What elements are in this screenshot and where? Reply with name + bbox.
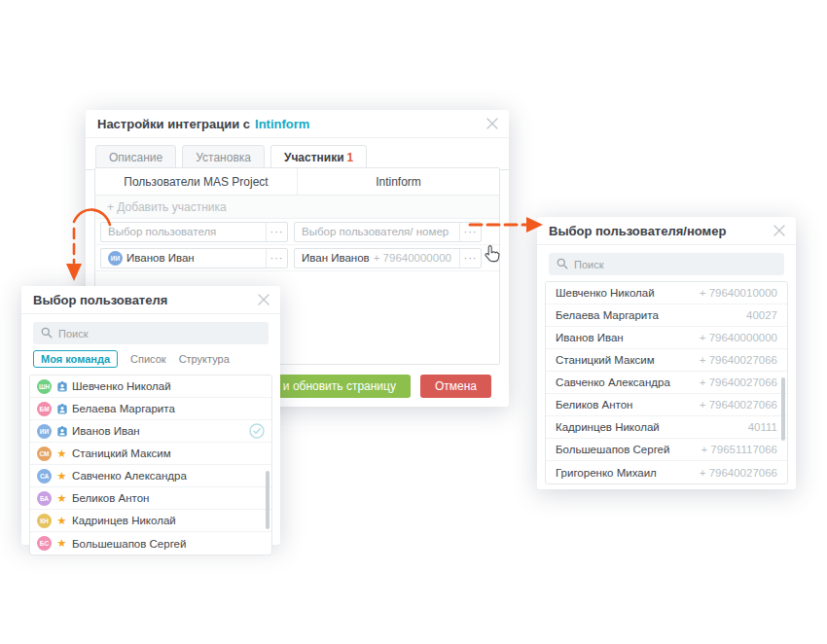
column-header-mas-users: Пользователи MAS Project	[95, 168, 297, 195]
close-icon[interactable]	[485, 117, 499, 130]
avatar: ШН	[37, 379, 52, 394]
user-picker-title: Выбор пользователя	[33, 293, 167, 307]
list-item[interactable]: СМ ★ Станицкий Максим	[30, 443, 271, 465]
user-number: + 79640010000	[700, 287, 777, 299]
picker-tab-bar: Моя команда Список Структура	[33, 350, 269, 368]
list-item[interactable]: Кадринцев Николай 40111	[546, 416, 787, 439]
list-item[interactable]: ШН Шевченко Николай	[30, 376, 271, 398]
user-select-placeholder: Выбор пользователя	[108, 226, 216, 237]
user-select-ellipsis-button[interactable]: ···	[266, 223, 287, 241]
number-picker-dialog: Выбор пользователя/номер Шевченко Никола…	[537, 217, 796, 489]
user-name: Савченко Александра	[72, 470, 187, 482]
list-item[interactable]: БС ★ Большешапов Сергей	[30, 532, 271, 555]
brand-name: Intinform	[255, 117, 309, 131]
user-name: Кадринцев Николай	[72, 515, 176, 526]
number-list: Шевченко Николай + 79640010000 Белаева М…	[545, 281, 788, 484]
avatar: ИИ	[37, 424, 52, 439]
cancel-button[interactable]: Отмена	[420, 375, 491, 398]
user-name: Станицкий Максим	[556, 354, 655, 366]
list-item[interactable]: Станицкий Максим + 79640027066	[546, 349, 787, 372]
star-icon: ★	[56, 516, 67, 526]
list-scrollbar[interactable]	[781, 377, 785, 441]
mapped-number-ellipsis-button[interactable]: ···	[459, 249, 481, 268]
tab-bar: Описание Установка Участники1	[86, 138, 509, 170]
list-item[interactable]: БА ★ Беликов Антон	[30, 487, 271, 510]
list-item[interactable]: Большешапов Сергей + 79651117066	[546, 439, 787, 461]
user-name: Григоренко Михаил	[556, 467, 657, 479]
user-number: 40027	[746, 309, 777, 321]
user-name: Беликов Антон	[72, 492, 149, 504]
table-row: ИИ Иванов Иван ··· Иван Иванов + 7964000…	[95, 245, 499, 271]
star-icon: ★	[56, 471, 67, 482]
close-icon[interactable]	[773, 224, 786, 237]
add-participant-link[interactable]: + Добавить участника	[95, 196, 499, 219]
list-item[interactable]: ИИ Иванов Иван	[30, 420, 271, 443]
user-name: Иванов Иван	[556, 332, 624, 343]
user-name: Белаева Маргарита	[556, 309, 659, 321]
list-item[interactable]: Шевченко Николай + 79640010000	[546, 282, 787, 304]
avatar: СА	[37, 469, 52, 483]
selected-check-icon	[249, 423, 265, 439]
avatar: ИИ	[108, 251, 123, 266]
list-item[interactable]: Савченко Александра + 79640027066	[546, 372, 787, 394]
search-icon	[41, 325, 53, 342]
mapped-user-ellipsis-button[interactable]: ···	[266, 249, 287, 268]
mapped-number-phone: + 79640000000	[374, 252, 451, 264]
user-name: Шевченко Николай	[556, 287, 655, 299]
number-picker-title: Выбор пользователя/номер	[549, 224, 726, 238]
user-select-field[interactable]: Выбор пользователя ···	[100, 222, 288, 242]
list-item[interactable]: КН ★ Кадринцев Николай	[30, 510, 271, 532]
search-box	[549, 253, 784, 275]
list-item[interactable]: Григоренко Михаил + 79640027066	[546, 461, 787, 483]
user-name: Шевченко Николай	[72, 380, 171, 392]
user-number: + 79640027066	[700, 376, 777, 388]
user-number: 40111	[748, 421, 777, 433]
user-name: Савченко Александра	[556, 376, 670, 388]
mapped-user-field[interactable]: ИИ Иванов Иван ···	[100, 248, 288, 268]
avatar: БА	[37, 491, 52, 506]
star-icon: ★	[56, 493, 67, 504]
avatar: СМ	[37, 447, 52, 461]
dialog-header: Выбор пользователя	[21, 286, 280, 314]
dialog-header: Настройки интеграции с Intinform	[86, 110, 509, 138]
user-name: Иванов Иван	[72, 425, 140, 437]
user-name: Беликов Антон	[556, 399, 632, 411]
tab-my-team[interactable]: Моя команда	[33, 350, 118, 368]
number-select-field[interactable]: Выбор пользователя/ номер ···	[294, 222, 482, 242]
list-scrollbar[interactable]	[266, 471, 270, 529]
avatar: БМ	[37, 402, 52, 416]
search-input[interactable]	[574, 259, 776, 270]
close-icon[interactable]	[257, 293, 270, 306]
mapped-number-field[interactable]: Иван Иванов + 79640000000 ···	[294, 248, 482, 268]
list-item[interactable]: БМ Белаева Маргарита	[30, 398, 271, 420]
user-number: + 79640027066	[700, 399, 777, 411]
user-number: + 79640000000	[700, 332, 777, 343]
tab-structure[interactable]: Структура	[179, 353, 230, 365]
user-name: Станицкий Максим	[72, 447, 171, 459]
number-select-ellipsis-button[interactable]: ···	[459, 223, 481, 241]
user-name: Кадринцев Николай	[556, 421, 660, 433]
user-number: + 79640027066	[700, 354, 777, 366]
id-badge-icon	[56, 404, 67, 414]
table-row: Выбор пользователя ··· Выбор пользовател…	[95, 219, 499, 245]
user-number: + 79651117066	[701, 444, 777, 455]
id-badge-icon	[56, 381, 67, 392]
star-icon: ★	[56, 448, 67, 459]
dialog-header: Выбор пользователя/номер	[537, 217, 796, 245]
list-item[interactable]: Иванов Иван + 79640000000	[546, 327, 787, 349]
list-item[interactable]: Белаева Маргарита 40027	[546, 304, 787, 327]
user-picker-dialog: Выбор пользователя Моя команда Список Ст…	[21, 286, 280, 545]
user-name: Белаева Маргарита	[72, 403, 175, 414]
id-badge-icon	[56, 426, 67, 437]
remove-row-icon[interactable]: ×	[487, 252, 495, 265]
user-name: Большешапов Сергей	[556, 444, 669, 455]
avatar: БС	[37, 536, 52, 551]
user-name: Большешапов Сергей	[72, 538, 186, 550]
list-item[interactable]: Беликов Антон + 79640027066	[546, 394, 787, 416]
list-item[interactable]: СА ★ Савченко Александра	[30, 465, 271, 487]
dialog-title: Настройки интеграции с	[97, 117, 250, 131]
star-icon: ★	[56, 538, 67, 549]
tab-list[interactable]: Список	[130, 353, 166, 365]
mapped-number-name: Иван Иванов	[302, 252, 370, 264]
search-input[interactable]	[58, 328, 261, 340]
